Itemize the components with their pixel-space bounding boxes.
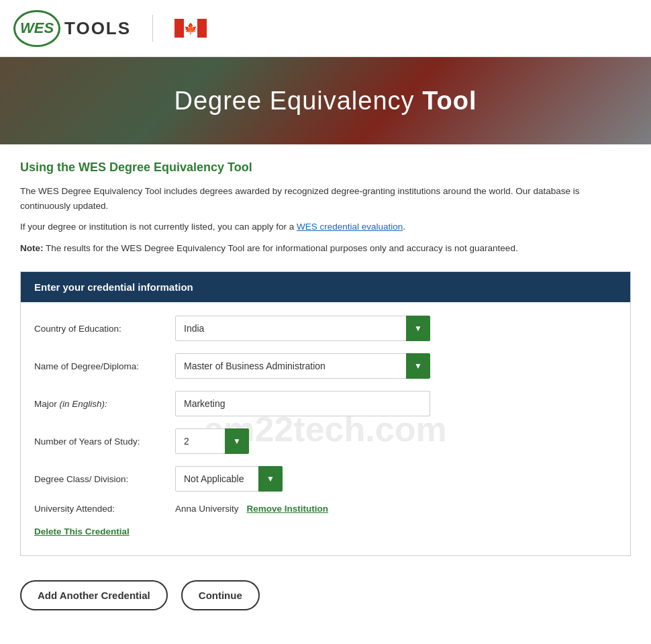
years-row: Number of Years of Study: 1 2 3 4 5 bbox=[34, 428, 617, 454]
header-divider bbox=[152, 15, 153, 42]
country-control: India Canada United States United Kingdo… bbox=[175, 316, 430, 341]
continue-button[interactable]: Continue bbox=[181, 580, 260, 610]
years-label: Number of Years of Study: bbox=[34, 436, 175, 447]
division-control: Not Applicable First Class Second Class … bbox=[175, 466, 430, 492]
major-control bbox=[175, 391, 430, 416]
division-label: Degree Class/ Division: bbox=[34, 474, 175, 484]
page-header: WES TOOLS 🍁 bbox=[0, 0, 651, 57]
major-label-italic: (in English): bbox=[60, 399, 107, 409]
university-row: University Attended: Anna University Rem… bbox=[34, 504, 617, 514]
division-select[interactable]: Not Applicable First Class Second Class … bbox=[175, 466, 283, 492]
wes-evaluation-link[interactable]: WES credential evaluation bbox=[297, 222, 403, 232]
form-header-label: Enter your credential information bbox=[34, 281, 193, 293]
delete-credential-link[interactable]: Delete This Credential bbox=[34, 526, 130, 537]
delete-credential-container: Delete This Credential bbox=[34, 526, 617, 537]
university-control: Anna University Remove Institution bbox=[175, 504, 430, 514]
description-2-after: . bbox=[403, 222, 405, 232]
note-text: The results for the WES Degree Equivalen… bbox=[44, 243, 518, 253]
form-header: Enter your credential information bbox=[21, 272, 630, 302]
canada-flag: 🍁 bbox=[174, 19, 207, 38]
tools-text: TOOLS bbox=[64, 18, 131, 39]
credential-form-section: Enter your credential information am22te… bbox=[20, 271, 631, 556]
university-label: University Attended: bbox=[34, 504, 175, 514]
note-paragraph: Note: The results for the WES Degree Equ… bbox=[20, 241, 631, 256]
description-1: The WES Degree Equivalency Tool includes… bbox=[20, 184, 631, 213]
add-credential-button[interactable]: Add Another Credential bbox=[20, 580, 168, 610]
division-row: Degree Class/ Division: Not Applicable F… bbox=[34, 466, 617, 492]
country-row: Country of Education: India Canada Unite… bbox=[34, 316, 617, 341]
major-row: Major (in English): bbox=[34, 391, 617, 416]
hero-banner: Degree Equivalency Tool bbox=[0, 57, 651, 144]
years-control: 1 2 3 4 5 bbox=[175, 428, 430, 454]
degree-label: Name of Degree/Diploma: bbox=[34, 361, 175, 371]
description-2-before: If your degree or institution is not cur… bbox=[20, 222, 297, 232]
degree-select-wrapper: Master of Business Administration Bachel… bbox=[175, 353, 430, 379]
university-name: Anna University bbox=[175, 504, 239, 514]
major-label: Major (in English): bbox=[34, 399, 175, 409]
hero-title-light: Degree Equivalency bbox=[174, 87, 422, 115]
bottom-buttons: Add Another Credential Continue bbox=[20, 569, 631, 624]
flag-center: 🍁 bbox=[184, 19, 197, 38]
years-select-wrapper: 1 2 3 4 5 bbox=[175, 428, 249, 454]
hero-title: Degree Equivalency Tool bbox=[174, 87, 477, 116]
country-select-wrapper: India Canada United States United Kingdo… bbox=[175, 316, 430, 341]
logo-container: WES TOOLS 🍁 bbox=[13, 10, 207, 47]
wes-oval: WES bbox=[13, 10, 60, 47]
country-select[interactable]: India Canada United States United Kingdo… bbox=[175, 316, 430, 341]
maple-leaf-icon: 🍁 bbox=[184, 22, 197, 35]
section-title: Using the WES Degree Equivalency Tool bbox=[20, 160, 631, 175]
country-label: Country of Education: bbox=[34, 324, 175, 334]
description-2: If your degree or institution is not cur… bbox=[20, 220, 631, 234]
degree-control: Master of Business Administration Bachel… bbox=[175, 353, 430, 379]
wes-logo-text: WES bbox=[20, 19, 54, 37]
flag-right bbox=[197, 19, 207, 38]
flag-left bbox=[174, 19, 184, 38]
wes-logo: WES TOOLS bbox=[13, 10, 131, 47]
division-select-wrapper: Not Applicable First Class Second Class … bbox=[175, 466, 283, 492]
degree-row: Name of Degree/Diploma: Master of Busine… bbox=[34, 353, 617, 379]
years-select[interactable]: 1 2 3 4 5 bbox=[175, 428, 249, 454]
major-label-text: Major bbox=[34, 399, 57, 409]
hero-title-bold: Tool bbox=[422, 87, 477, 115]
major-input[interactable] bbox=[175, 391, 430, 416]
degree-select[interactable]: Master of Business Administration Bachel… bbox=[175, 353, 430, 379]
note-label: Note: bbox=[20, 243, 44, 253]
remove-institution-link[interactable]: Remove Institution bbox=[247, 504, 329, 514]
form-body: am22tech.com Country of Education: India… bbox=[21, 302, 630, 555]
main-content: Using the WES Degree Equivalency Tool Th… bbox=[0, 144, 651, 640]
